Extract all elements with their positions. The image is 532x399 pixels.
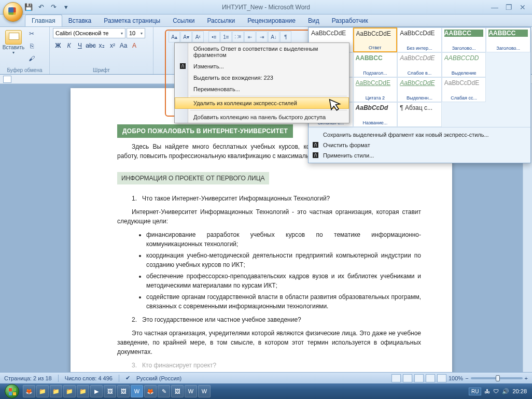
style-cell[interactable]: AaBbCcDdEБез интер... (397, 27, 442, 52)
italic-button[interactable]: К (64, 40, 74, 51)
sort-icon[interactable]: A↓ (268, 31, 279, 42)
taskbar-item[interactable]: 🖼 (117, 385, 130, 397)
show-marks-icon[interactable]: ¶ (280, 31, 291, 42)
view-web[interactable] (414, 374, 424, 382)
paste-button[interactable]: Вставить ▾ (3, 28, 24, 55)
ctx-rename[interactable]: Переименовать... (175, 83, 349, 95)
style-cell[interactable]: AaBbCcDdEВыделенн... (397, 77, 442, 102)
zoom-in-icon[interactable]: + (525, 375, 528, 381)
start-button[interactable] (2, 383, 22, 399)
title-bar: 💾 ↶ ↷ ▾ ИНТУИТ_New - Microsoft Word — ❐ … (0, 0, 532, 15)
taskbar-item[interactable]: ✎ (158, 385, 170, 397)
copy-icon[interactable]: ⎘ (26, 40, 37, 52)
style-cell[interactable]: AaBbCcDdEСлабое в... (397, 52, 442, 77)
tab-layout[interactable]: Разметка страницы (97, 15, 166, 26)
taskbar-item[interactable]: 📁 (50, 385, 62, 397)
tab-selector[interactable] (3, 76, 11, 83)
tray-shield-icon[interactable]: 🛡 (493, 388, 499, 394)
taskbar-item[interactable]: W (131, 385, 143, 397)
view-full-screen[interactable] (403, 374, 412, 382)
taskbar-item[interactable]: ▶ (90, 385, 103, 397)
maximize-button[interactable]: ❐ (506, 3, 512, 11)
clear-format-icon[interactable]: Aᵡ (192, 31, 204, 42)
style-cell[interactable]: AaBbCcDdEСлабая сс... (442, 77, 486, 102)
taskbar-item[interactable]: W (185, 385, 197, 397)
window-title: ИНТУИТ_New - Microsoft Word (222, 4, 310, 11)
subscript-button[interactable]: x₂ (96, 40, 107, 51)
indent-icon[interactable]: ⇥ (256, 31, 268, 42)
ctx-remove-from-gallery[interactable]: Удалить из коллекции экспресс-стилей (175, 97, 349, 109)
multilevel-icon[interactable]: ⸬≡ (232, 31, 244, 42)
tab-view[interactable]: Вид (302, 15, 326, 26)
taskbar-item[interactable]: 🦊 (23, 385, 35, 397)
view-outline[interactable] (426, 374, 435, 382)
ctx-add-to-qat[interactable]: Добавить коллекцию на панель быстрого до… (175, 111, 349, 123)
font-color-button[interactable]: A (129, 40, 139, 51)
tray-network-icon[interactable]: 🖧 (484, 388, 490, 394)
status-word-count[interactable]: Число слов: 4 496 (65, 375, 113, 381)
style-cell[interactable]: AaBbCcDdНазвание... (353, 102, 398, 127)
tab-review[interactable]: Рецензирование (241, 15, 302, 26)
tab-developer[interactable]: Разработчик (326, 15, 374, 26)
outdent-icon[interactable]: ⇤ (244, 31, 256, 42)
status-language[interactable]: Русский (Россия) (136, 375, 181, 381)
gallery-apply-styles[interactable]: 🅰Применить стили... (309, 150, 530, 161)
paragraph-buttons: A▴ A▾ Aᵡ •≡ 1≡ ⸬≡ ⇤ ⇥ A↓ ¶ (169, 31, 291, 42)
taskbar-item[interactable]: 📁 (63, 385, 76, 397)
format-painter-icon[interactable]: 🖌 (26, 53, 37, 64)
taskbar-item[interactable]: 📁 (36, 385, 49, 397)
ctx-update-style[interactable]: Обновить Ответ в соответствии с выделенн… (175, 43, 349, 61)
undo-icon[interactable]: ↶ (35, 2, 47, 13)
cut-icon[interactable]: ✂ (26, 28, 37, 39)
ctx-select-all[interactable]: Выделить все вхождения: 223 (175, 72, 349, 83)
taskbar-item[interactable]: 📁 (77, 385, 89, 397)
numbering-icon[interactable]: 1≡ (220, 31, 232, 42)
shrink-font-icon[interactable]: A▾ (180, 31, 192, 42)
taskbar-item[interactable]: 🦊 (144, 385, 157, 397)
zoom-slider[interactable] (471, 377, 523, 379)
tab-insert[interactable]: Вставка (62, 15, 98, 26)
gallery-save-style[interactable]: Сохранить выделенный фрагмент как новый … (309, 130, 530, 140)
tray-clock[interactable]: 20:28 (512, 388, 527, 394)
style-cell[interactable]: AABBCCЗаголово... (486, 27, 530, 52)
office-button[interactable] (3, 2, 23, 22)
taskbar-item[interactable]: 🖼 (104, 385, 116, 397)
view-print-layout[interactable] (391, 374, 401, 382)
font-size-combo[interactable]: 10▾ (127, 28, 145, 38)
change-case-button[interactable]: Aa (118, 40, 129, 51)
status-spellcheck-icon[interactable]: ✔ (125, 375, 130, 381)
close-button[interactable]: ✕ (520, 3, 526, 11)
style-cell[interactable]: AaBbCcDdEОтвет (353, 27, 398, 52)
style-cell[interactable]: AABBCCЗаголово... (442, 27, 486, 52)
style-cell[interactable]: AaBbCcDdEЦитата 2 (353, 77, 398, 102)
tab-mailings[interactable]: Рассылки (201, 15, 241, 26)
tray-language[interactable]: RU (469, 388, 481, 395)
taskbar-item[interactable]: 🖼 (171, 385, 184, 397)
bold-button[interactable]: Ж (53, 40, 63, 51)
strike-button[interactable]: abc (86, 40, 96, 51)
view-draft[interactable] (437, 374, 446, 382)
ctx-modify-style[interactable]: 🅰Изменить... (175, 61, 349, 72)
bullets-icon[interactable]: •≡ (208, 31, 220, 42)
tab-home[interactable]: Главная (25, 15, 62, 26)
font-family-combo[interactable]: Calibri (Основной те▾ (53, 28, 125, 38)
grow-font-icon[interactable]: A▴ (169, 31, 180, 42)
underline-button[interactable]: Ч (75, 40, 85, 51)
style-context-menu: Обновить Ответ в соответствии с выделенн… (174, 42, 349, 123)
taskbar-item[interactable]: W (198, 385, 211, 397)
style-cell[interactable]: ¶ Абзац с... (397, 102, 442, 127)
group-font-label: Шрифт (53, 66, 150, 74)
style-cell[interactable]: AABBCCDDВыделение (442, 52, 486, 77)
save-icon[interactable]: 💾 (23, 2, 34, 13)
status-page[interactable]: Страница: 2 из 18 (4, 375, 52, 381)
style-cell[interactable]: AABBCCПодзагол... (353, 52, 398, 77)
zoom-out-icon[interactable]: − (465, 375, 468, 381)
superscript-button[interactable]: x² (107, 40, 118, 51)
zoom-level[interactable]: 100% (449, 375, 463, 381)
redo-icon[interactable]: ↷ (48, 2, 59, 13)
tab-references[interactable]: Ссылки (166, 15, 201, 26)
qat-more-icon[interactable]: ▾ (60, 2, 72, 13)
gallery-clear-format[interactable]: 🅰Очистить формат (309, 140, 530, 150)
tray-volume-icon[interactable]: 🔊 (502, 388, 509, 395)
minimize-button[interactable]: — (491, 3, 498, 11)
